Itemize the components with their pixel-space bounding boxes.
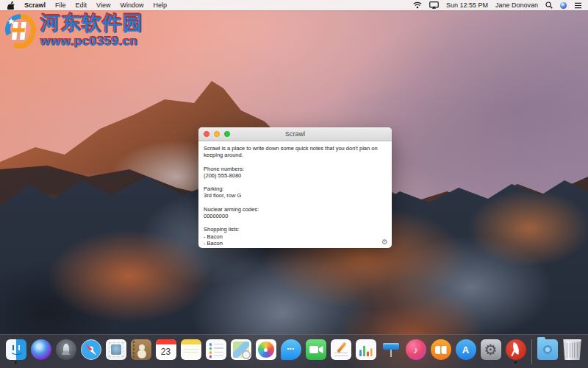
note-line: Shopping lists: <box>204 226 387 233</box>
dock-item-calendar[interactable]: 23 <box>155 339 177 364</box>
note-line: - More bacon <box>204 247 387 248</box>
dock-item-facetime[interactable] <box>305 339 327 364</box>
notification-center-icon[interactable] <box>574 2 582 9</box>
menubar-menu-item[interactable]: Edit <box>76 1 87 9</box>
dock-item-pages[interactable] <box>330 339 352 364</box>
running-indicator <box>514 361 517 364</box>
dock-app-icon[interactable] <box>206 339 226 360</box>
dock-item-launchpad[interactable] <box>55 339 77 364</box>
dock-app-icon[interactable] <box>431 339 451 360</box>
dock-item-appstore[interactable]: A <box>455 339 477 364</box>
gear-icon[interactable]: ⚙ <box>381 238 388 246</box>
dock-app-icon[interactable] <box>537 339 558 360</box>
dock-item-scrawl[interactable] <box>505 339 527 364</box>
dock-app-icon[interactable] <box>562 339 583 360</box>
dock-item-reminders[interactable] <box>205 339 227 364</box>
zoom-button[interactable] <box>224 131 230 137</box>
dock-item-siri[interactable] <box>30 339 52 364</box>
note-line <box>204 179 387 185</box>
menubar-menu-item[interactable]: File <box>55 1 66 9</box>
running-indicator <box>15 361 17 364</box>
note-line: Scrawl is a place to write down some qui… <box>204 145 387 158</box>
menu-bar: Scrawl FileEditViewWindowHelp Sun 12:55 … <box>0 0 588 10</box>
dock-app-icon[interactable] <box>106 339 126 360</box>
notes-text-area[interactable]: Scrawl is a place to write down some qui… <box>198 141 392 248</box>
dock-item-finder[interactable] <box>5 339 27 364</box>
note-line: 00000000 <box>204 213 387 219</box>
dock-item-safari[interactable] <box>80 339 102 364</box>
dock-app-icon[interactable] <box>31 339 51 360</box>
wifi-icon[interactable] <box>413 1 422 9</box>
dock-app-icon[interactable] <box>506 339 526 360</box>
watermark-site-name: 河东软件园 <box>40 13 143 35</box>
note-line: Nuclear arming codes: <box>204 206 387 213</box>
dock-app-icon[interactable] <box>256 339 276 360</box>
dock-item-itunes[interactable]: ♪ <box>405 339 427 364</box>
dock-item-downloads[interactable] <box>537 339 559 364</box>
dock-app-icon[interactable] <box>131 339 151 360</box>
active-app-menu[interactable]: Scrawl <box>24 1 46 9</box>
dock-item-sysprefs[interactable]: ⚙ <box>480 339 502 364</box>
dock-item-numbers[interactable] <box>355 339 377 364</box>
watermark-site-url: www.pc0359.cn <box>40 35 143 49</box>
dock-item-ibooks[interactable] <box>430 339 452 364</box>
dock-app-icon[interactable] <box>6 339 26 360</box>
dock-item-notes[interactable] <box>180 339 202 364</box>
watermark: 河东软件园 www.pc0359.cn <box>4 13 143 52</box>
airplay-display-icon[interactable] <box>429 1 439 9</box>
dock-item-divider[interactable] <box>530 339 534 364</box>
dock-app-icon[interactable] <box>81 339 101 360</box>
dock-app-icon[interactable] <box>181 339 201 360</box>
spotlight-search-icon[interactable] <box>545 1 553 9</box>
note-line: 3rd floor, row G <box>204 192 387 199</box>
dock-app-icon[interactable] <box>56 339 76 360</box>
dock-app-icon[interactable]: ♪ <box>406 339 426 360</box>
close-button[interactable] <box>204 131 209 137</box>
dock-item-trash[interactable] <box>562 339 584 364</box>
dock-item-maps[interactable] <box>230 339 252 364</box>
dock-app-icon[interactable]: 23 <box>156 339 176 360</box>
dock-item-contacts[interactable] <box>130 339 152 364</box>
dock-item-messages[interactable]: ••• <box>280 339 302 364</box>
dock-app-icon[interactable]: A <box>456 339 476 360</box>
menubar-menu-item[interactable]: View <box>96 1 110 9</box>
dock-app-icon[interactable] <box>231 339 251 360</box>
dock-app-icon[interactable]: ⚙ <box>481 339 501 360</box>
note-line <box>204 199 387 206</box>
dock-app-icon[interactable] <box>381 339 401 360</box>
window-title-bar[interactable]: Scrawl <box>198 127 392 141</box>
note-line: - Bacon <box>204 233 387 240</box>
menubar-menu-item[interactable]: Help <box>153 1 167 9</box>
dock-app-icon[interactable]: ••• <box>281 339 301 360</box>
watermark-logo-icon <box>4 13 37 52</box>
siri-icon[interactable] <box>560 2 567 9</box>
note-line <box>204 158 387 165</box>
menubar-menu-item[interactable]: Window <box>120 1 143 9</box>
minimize-button[interactable] <box>214 131 220 137</box>
menubar-user-name[interactable]: Jane Donovan <box>495 1 538 9</box>
note-line: (206) 555-8080 <box>204 172 387 179</box>
dock-app-icon[interactable] <box>306 339 326 360</box>
apple-menu-icon[interactable] <box>7 1 15 10</box>
note-line <box>204 219 387 226</box>
dock-divider <box>531 339 532 364</box>
dock-item-photos[interactable] <box>255 339 277 364</box>
dock: 23 ••• <box>0 334 588 368</box>
dock-item-mail[interactable] <box>105 339 127 364</box>
dock-item-keynote[interactable] <box>380 339 402 364</box>
scrawl-window: Scrawl Scrawl is a place to write down s… <box>198 127 392 248</box>
dock-app-icon[interactable] <box>331 339 351 360</box>
dock-app-icon[interactable] <box>356 339 376 360</box>
menubar-clock[interactable]: Sun 12:55 PM <box>446 1 488 9</box>
note-line: - Bacon <box>204 240 387 247</box>
note-line: Parking: <box>204 185 387 192</box>
note-line: Phone numbers: <box>204 166 387 172</box>
